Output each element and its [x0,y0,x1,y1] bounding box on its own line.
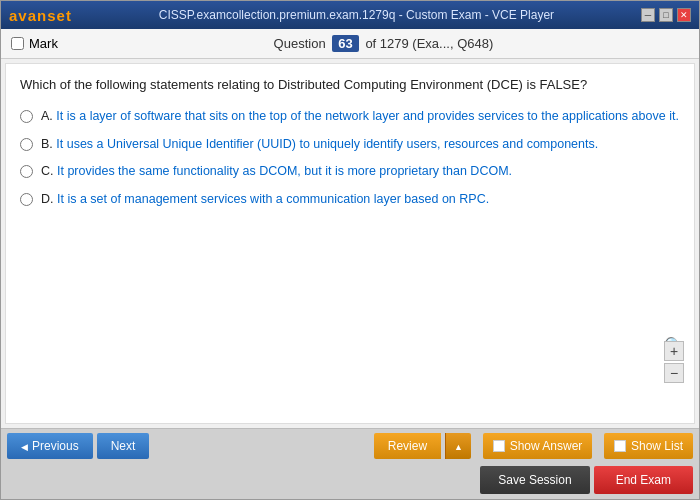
answer-option-d: D. It is a set of management services wi… [20,191,680,209]
title-bar: avanset CISSP.examcollection.premium.exa… [1,1,699,29]
mark-checkbox[interactable] [11,37,24,50]
close-button[interactable]: ✕ [677,8,691,22]
question-label: Question [274,36,326,51]
answer-option-b: B. It uses a Universal Unique Identifier… [20,136,680,154]
show-answer-checkbox-icon [493,440,505,452]
question-number: 63 [332,35,358,52]
title-bar-left: avanset [9,7,72,24]
radio-a[interactable] [20,110,33,123]
option-d-prefix: D. [41,192,57,206]
option-a-text: It is a layer of software that sits on t… [56,109,679,123]
save-session-label: Save Session [498,473,571,487]
mark-checkbox-label[interactable]: Mark [11,36,58,51]
previous-button[interactable]: Previous [7,433,93,459]
logo-prefix: avan [9,7,47,24]
main-area: Mark Question 63 of 1279 (Exa..., Q648) … [1,29,699,499]
option-c-text: It provides the same functionality as DC… [57,164,512,178]
show-answer-label: Show Answer [510,439,583,453]
review-label: Review [388,439,427,453]
zoom-controls: + − [664,341,684,383]
answer-option-c: C. It provides the same functionality as… [20,163,680,181]
end-exam-button[interactable]: End Exam [594,466,693,494]
nav-row: Previous Next Review Show Answer [1,429,699,463]
logo: avanset [9,7,72,24]
answer-label-c: C. It provides the same functionality as… [41,163,512,181]
window-controls: ─ □ ✕ [641,8,691,22]
save-session-button[interactable]: Save Session [480,466,589,494]
action-row: Save Session End Exam [1,463,699,499]
option-c-prefix: C. [41,164,57,178]
radio-b[interactable] [20,138,33,151]
option-d-text: It is a set of management services with … [57,192,489,206]
zoom-in-button[interactable]: + [664,341,684,361]
mark-label: Mark [29,36,58,51]
previous-label: Previous [32,439,79,453]
bottom-bar: Previous Next Review Show Answer [1,428,699,499]
question-info: Question 63 of 1279 (Exa..., Q648) [78,35,689,52]
radio-c[interactable] [20,165,33,178]
logo-suffix: set [47,7,72,24]
answer-label-b: B. It uses a Universal Unique Identifier… [41,136,598,154]
answer-option-a: A. It is a layer of software that sits o… [20,108,680,126]
review-arrow-icon [454,439,463,453]
app-window: avanset CISSP.examcollection.premium.exa… [0,0,700,500]
zoom-out-button[interactable]: − [664,363,684,383]
toolbar: Mark Question 63 of 1279 (Exa..., Q648) [1,29,699,59]
answer-label-a: A. It is a layer of software that sits o… [41,108,679,126]
radio-d[interactable] [20,193,33,206]
review-dropdown-button[interactable] [445,433,471,459]
review-button[interactable]: Review [374,433,441,459]
show-list-label: Show List [631,439,683,453]
answer-label-d: D. It is a set of management services wi… [41,191,489,209]
show-list-button[interactable]: Show List [604,433,693,459]
window-title: CISSP.examcollection.premium.exam.1279q … [72,8,641,22]
question-total: of 1279 (Exa..., Q648) [365,36,493,51]
end-exam-label: End Exam [616,473,671,487]
question-text: Which of the following statements relati… [20,76,680,94]
option-b-prefix: B. [41,137,56,151]
option-b-text: It uses a Universal Unique Identifier (U… [56,137,598,151]
prev-arrow-icon [21,439,28,453]
next-label: Next [111,439,136,453]
maximize-button[interactable]: □ [659,8,673,22]
show-list-checkbox-icon [614,440,626,452]
show-answer-button[interactable]: Show Answer [483,433,593,459]
minimize-button[interactable]: ─ [641,8,655,22]
content-area: Which of the following statements relati… [5,63,695,424]
option-a-prefix: A. [41,109,56,123]
next-button[interactable]: Next [97,433,150,459]
